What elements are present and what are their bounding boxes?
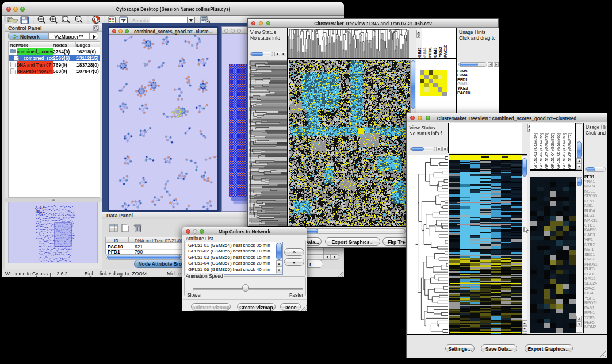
svg-text:PAC10: PAC10 (443, 45, 448, 58)
svg-text:1:1: 1:1 (76, 18, 81, 21)
svg-text:GPL51-08 (GSM872): GPL51-08 (GSM872) (568, 133, 572, 169)
svg-text:GPL51-02 (GSM855): GPL51-02 (GSM855) (539, 133, 544, 169)
svg-text:YKE2: YKE2 (438, 47, 443, 58)
svg-text:GPL51-07 (GSM868): GPL51-07 (GSM868) (562, 133, 567, 169)
svg-text:GPL51-04 (GSM857): GPL51-04 (GSM857) (550, 133, 555, 169)
svg-text:GIM4: GIM4 (422, 47, 427, 58)
svg-text:GIM3: GIM3 (433, 48, 438, 58)
svg-text:GPL51-03 (GSM856): GPL51-03 (GSM856) (545, 133, 549, 169)
svg-text:PFD1: PFD1 (427, 47, 433, 58)
svg-text:GPL51-01 (GSM854): GPL51-01 (GSM854) (533, 133, 538, 169)
svg-text:GPL51-06 (GSM865): GPL51-06 (GSM865) (556, 133, 561, 169)
svg-text:GIM5: GIM5 (418, 48, 422, 58)
